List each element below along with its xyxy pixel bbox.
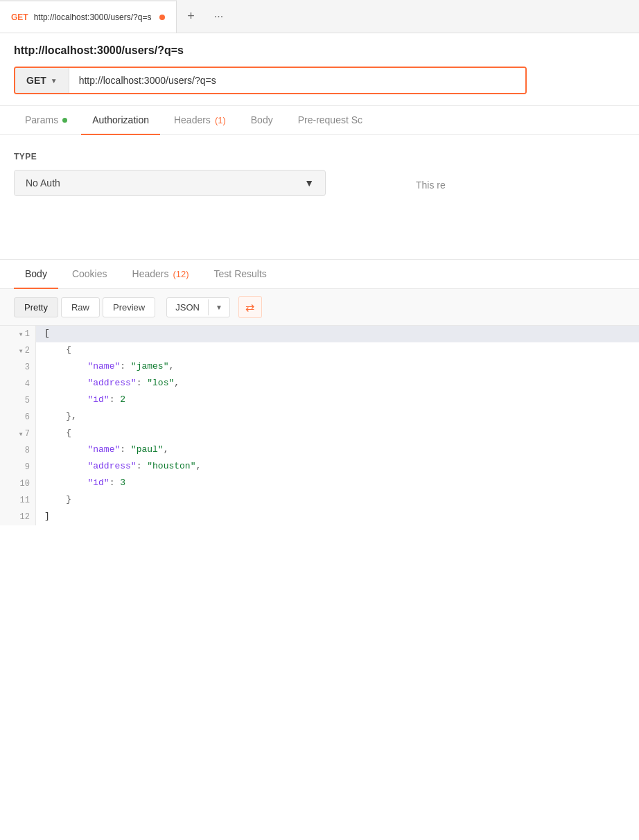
new-tab-button[interactable]: + (177, 0, 204, 33)
code-area: ▾ 1 [ ▾ 2 { ▾ 3 "name": "james", ▾ 4 "ad… (0, 326, 639, 525)
line-content-10: "id": 3 (36, 475, 639, 492)
code-line-10: ▾ 10 "id": 3 (0, 475, 639, 492)
headers-label: Headers (174, 114, 211, 125)
line-content-9: "address": "houston", (36, 459, 639, 475)
url-input[interactable] (69, 68, 525, 93)
code-line-1: ▾ 1 [ (0, 326, 639, 342)
request-tabs: Params Authorization Headers (1) Body Pr… (0, 106, 639, 135)
resp-tab-headers[interactable]: Headers (12) (121, 260, 200, 289)
line-content-6: }, (36, 409, 639, 426)
raw-button[interactable]: Raw (61, 297, 100, 317)
prerequest-label: Pre-request Sc (298, 114, 362, 125)
code-line-8: ▾ 8 "name": "paul", (0, 442, 639, 459)
auth-right-panel: This re (416, 152, 625, 243)
active-tab[interactable]: GET http://localhost:3000/users/?q=s (0, 0, 177, 33)
code-line-11: ▾ 11 } (0, 492, 639, 509)
auth-type-chevron-icon: ▼ (304, 177, 314, 189)
tab-authorization[interactable]: Authorization (81, 106, 160, 135)
code-line-7: ▾ 7 { (0, 426, 639, 442)
line-num-1: ▾ 1 (0, 326, 36, 342)
line-content-3: "name": "james", (36, 359, 639, 376)
tab-params[interactable]: Params (14, 106, 78, 135)
line-content-7: { (36, 426, 639, 442)
line-content-8: "name": "paul", (36, 442, 639, 459)
tab-bar: GET http://localhost:3000/users/?q=s + ·… (0, 0, 639, 33)
tab-body[interactable]: Body (240, 106, 284, 135)
resp-cookies-label: Cookies (72, 268, 107, 279)
line-num-6: ▾ 6 (0, 409, 36, 426)
resp-tab-body[interactable]: Body (14, 260, 58, 289)
line-content-2: { (36, 342, 639, 359)
resp-body-label: Body (25, 268, 47, 279)
method-chevron-icon: ▼ (51, 77, 58, 85)
headers-badge: (1) (215, 115, 226, 125)
line-arrow-7: ▾ (19, 429, 24, 439)
wrap-button[interactable]: ⇄ (238, 296, 262, 318)
resp-headers-badge: (12) (173, 269, 189, 279)
auth-type-select[interactable]: No Auth ▼ (14, 170, 326, 196)
params-dot (62, 118, 67, 123)
format-select-group[interactable]: JSON ▼ (166, 297, 230, 317)
response-toolbar: Pretty Raw Preview JSON ▼ ⇄ (0, 289, 639, 326)
tab-headers[interactable]: Headers (1) (163, 106, 237, 135)
code-line-6: ▾ 6 }, (0, 409, 639, 426)
line-content-5: "id": 2 (36, 392, 639, 409)
authorization-label: Authorization (92, 114, 149, 125)
resp-headers-label: Headers (132, 268, 169, 279)
format-label: JSON (167, 298, 208, 317)
line-content-12: ] (36, 509, 639, 525)
line-num-7: ▾ 7 (0, 426, 36, 442)
wrap-icon: ⇄ (245, 301, 254, 314)
params-label: Params (25, 114, 58, 125)
line-num-8: ▾ 8 (0, 442, 36, 459)
code-line-12: ▾ 12 ] (0, 509, 639, 525)
auth-content: TYPE No Auth ▼ This re (0, 135, 639, 260)
line-content-11: } (36, 492, 639, 509)
code-line-5: ▾ 5 "id": 2 (0, 392, 639, 409)
tab-url: http://localhost:3000/users/?q=s (34, 12, 152, 22)
preview-button[interactable]: Preview (103, 297, 155, 317)
resp-test-results-label: Test Results (214, 268, 267, 279)
line-num-2: ▾ 2 (0, 342, 36, 359)
line-num-10: ▾ 10 (0, 475, 36, 492)
line-arrow-2: ▾ (19, 346, 24, 356)
line-num-5: ▾ 5 (0, 392, 36, 409)
auth-right-text: This re (416, 180, 446, 191)
request-bar: GET ▼ (14, 67, 527, 94)
code-line-2: ▾ 2 { (0, 342, 639, 359)
line-content-1: [ (36, 326, 639, 342)
auth-left-panel: TYPE No Auth ▼ (14, 152, 388, 243)
body-label: Body (251, 114, 273, 125)
type-label: TYPE (14, 152, 388, 161)
resp-tab-test-results[interactable]: Test Results (203, 260, 278, 289)
line-content-4: "address": "los", (36, 376, 639, 392)
tab-prerequest[interactable]: Pre-request Sc (287, 106, 374, 135)
auth-type-value: No Auth (26, 177, 60, 189)
request-title: http://localhost:3000/users/?q=s (14, 44, 625, 57)
code-line-4: ▾ 4 "address": "los", (0, 376, 639, 392)
line-num-11: ▾ 11 (0, 492, 36, 509)
resp-tab-cookies[interactable]: Cookies (61, 260, 119, 289)
pretty-button[interactable]: Pretty (14, 297, 58, 317)
code-line-9: ▾ 9 "address": "houston", (0, 459, 639, 475)
tab-method: GET (11, 12, 28, 22)
line-num-4: ▾ 4 (0, 376, 36, 392)
method-select[interactable]: GET ▼ (15, 68, 69, 93)
response-tabs: Body Cookies Headers (12) Test Results (0, 260, 639, 289)
line-num-3: ▾ 3 (0, 359, 36, 376)
line-arrow-1: ▾ (19, 329, 24, 340)
tab-more-button[interactable]: ··· (204, 0, 232, 33)
line-num-9: ▾ 9 (0, 459, 36, 475)
line-num-12: ▾ 12 (0, 509, 36, 525)
tab-dirty-dot (159, 15, 165, 20)
method-label: GET (26, 75, 46, 86)
format-chevron-icon: ▼ (208, 299, 229, 315)
code-line-3: ▾ 3 "name": "james", (0, 359, 639, 376)
request-section: http://localhost:3000/users/?q=s GET ▼ (0, 33, 639, 106)
